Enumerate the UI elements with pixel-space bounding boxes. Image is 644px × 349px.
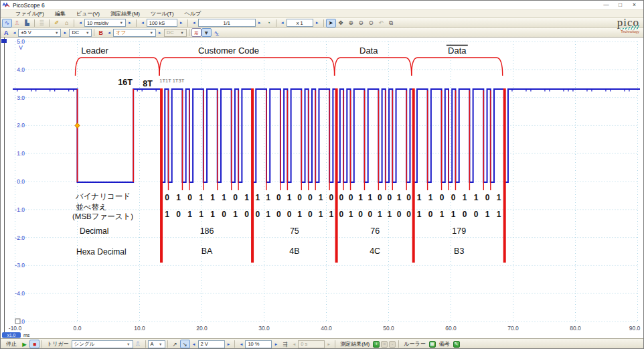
pretrigger-down-button[interactable]: ◄	[237, 340, 245, 348]
delay-input[interactable]: 0 s	[298, 340, 325, 348]
awg-button[interactable]: ∿̲	[212, 28, 222, 37]
binary-digit-msb: 0	[368, 210, 373, 219]
samples-next-button[interactable]: ►	[177, 19, 185, 27]
delete-measurement-button[interactable]: -	[389, 341, 396, 348]
scope-view[interactable]: LeaderCustomer CodeDataData16T8T1T1T 1T3…	[1, 38, 644, 338]
falling-edge-button[interactable]: ↘	[180, 340, 190, 348]
stop-button[interactable]: ■	[29, 340, 39, 348]
binary-digit-msb: 1	[440, 210, 445, 219]
menu-edit[interactable]: 編集	[50, 10, 71, 17]
scope-mode-button[interactable]: ∿	[2, 19, 12, 27]
buffer-page-value: 1/1	[224, 20, 230, 26]
pan-tool-button[interactable]: ✥	[336, 19, 346, 27]
binary-digit-msb: 1	[485, 210, 490, 219]
trigger-source-select[interactable]: A ▼	[148, 340, 165, 348]
delay-up-button[interactable]: ►	[325, 340, 333, 348]
binary-digit: 0	[187, 193, 192, 202]
timebase-prev-button[interactable]: ◄	[76, 19, 84, 27]
demo-signals-dropdown-button[interactable]: ▼	[202, 28, 212, 37]
trigger-mode-select[interactable]: シングル ▼	[72, 340, 133, 348]
channel-b-range-next-button[interactable]: ►	[156, 28, 164, 37]
pretrigger-input[interactable]: 10 %	[245, 340, 272, 348]
advanced-trigger-button[interactable]: ⎍	[133, 340, 143, 348]
zoom-in-tool-button[interactable]: ⊕	[346, 19, 356, 27]
maximize-button[interactable]: □	[613, 1, 627, 9]
samples-prev-button[interactable]: ◄	[139, 19, 147, 27]
scope-canvas: LeaderCustomer CodeDataData16T8T1T1T 1T3…	[1, 38, 644, 338]
menu-file[interactable]: ファイル(F)	[10, 10, 50, 17]
buffer-page-input[interactable]: 1/1	[198, 19, 256, 27]
channel-a-range-next-button[interactable]: ►	[61, 28, 69, 37]
page-next-button[interactable]: ►	[256, 19, 264, 27]
channel-a-button[interactable]: A	[2, 29, 11, 36]
zoom-factor-value: x 1	[297, 20, 303, 26]
binary-digit: 0	[339, 193, 343, 202]
trigger-level-down-button[interactable]: ◄	[190, 340, 198, 348]
measurements-label: 測定結果(M)	[337, 340, 372, 348]
samples-input[interactable]: 100 kS	[147, 19, 177, 27]
minimize-button[interactable]: —	[599, 1, 613, 9]
channel-b-range-prev-button[interactable]: ◄	[105, 28, 113, 37]
binary-digit: 0	[297, 193, 302, 202]
buffer-navigator-button[interactable]: ◔	[264, 19, 274, 27]
pointer-tool-button[interactable]: ➤	[326, 19, 336, 27]
x-axis-unit-label: ms	[23, 333, 30, 338]
menu-view[interactable]: ビュー(V)	[71, 10, 105, 17]
binary-digit-msb: 1	[297, 210, 302, 219]
demo-signals-button[interactable]: ≋	[191, 28, 202, 37]
edit-measurement-button[interactable]: =	[381, 341, 388, 348]
binary-digit-msb: 0	[308, 210, 313, 219]
binary-digit: 1	[256, 193, 260, 202]
binary-digit-msb: 0	[244, 210, 249, 219]
marquee-zoom-button[interactable]: ⧉	[386, 19, 396, 27]
channel-a-coupling-select[interactable]: DC ▼	[69, 29, 92, 37]
waveform-buffer-button[interactable]: ▒	[37, 19, 47, 27]
channel-b-range-select[interactable]: オフ ▼	[113, 29, 156, 37]
section-bracket	[76, 58, 160, 76]
page-prev-button[interactable]: ◄	[190, 19, 198, 27]
binary-digit: 0	[308, 193, 313, 202]
ruler-legend-button[interactable]: ▦	[429, 341, 436, 348]
menu-measurements[interactable]: 測定結果(M)	[105, 10, 145, 17]
trigger-level-input[interactable]: 2 V	[198, 340, 225, 348]
menu-tools[interactable]: ツール(T)	[145, 10, 179, 17]
channel-b-button[interactable]: B	[96, 29, 105, 36]
delay-down-button[interactable]: ◄	[290, 340, 298, 348]
channel-a-range-select[interactable]: ±5 V ▼	[18, 29, 61, 37]
timebase-next-button[interactable]: ►	[126, 19, 134, 27]
spectrum-mode-button[interactable]: ⎍	[12, 19, 22, 27]
undo-zoom-button[interactable]: ↶	[376, 19, 386, 27]
add-measurement-button[interactable]: +	[373, 341, 380, 348]
binary-digit: 1	[287, 193, 292, 202]
channel-b-coupling-select[interactable]: DC ▼	[164, 29, 187, 37]
trigger-level-up-button[interactable]: ►	[225, 340, 233, 348]
zoom-full-tool-button[interactable]: ⊙	[366, 19, 376, 27]
zoom-next-button[interactable]: ►	[313, 19, 321, 27]
window-title: PicoScope 6	[13, 2, 45, 9]
x-tick-label: 20.0	[196, 325, 208, 332]
y-tick-label: -1.0	[15, 206, 25, 213]
persistence-mode-button[interactable]: ▙	[22, 19, 32, 27]
rising-edge-button[interactable]: ↗	[170, 340, 180, 348]
channel-b-coupling-value: DC	[167, 29, 174, 36]
y-tick-label: 0.0	[17, 178, 25, 185]
title-bar: PicoScope 6 — □ ×	[1, 1, 643, 9]
zoom-prev-button[interactable]: ◄	[278, 19, 287, 27]
row-label-reorder: 並べ替え	[76, 203, 107, 211]
pretrigger-up-button[interactable]: ►	[272, 340, 280, 348]
axis-offset-handle[interactable]	[15, 319, 20, 324]
trigger-delay-icon-button[interactable]: ⇶	[280, 340, 290, 348]
channel-a-axis-handle[interactable]	[1, 39, 7, 43]
menu-help[interactable]: ヘルプ	[179, 10, 207, 17]
zoom-factor-input[interactable]: x 1	[287, 19, 313, 27]
close-button[interactable]: ×	[627, 1, 641, 9]
x-tick-label: 30.0	[258, 325, 270, 332]
home-settings-button[interactable]: ⌂	[62, 19, 72, 27]
run-button[interactable]: ▶	[19, 340, 29, 348]
timebase-select[interactable]: 10 ms/div ▼	[84, 19, 126, 27]
channel-a-range-prev-button[interactable]: ◄	[11, 28, 19, 37]
zoom-out-tool-button[interactable]: ⊖	[356, 19, 366, 27]
probe-wizard-button[interactable]: ✐	[52, 19, 62, 27]
section-label: Leader	[81, 46, 108, 56]
notes-button[interactable]: ✎	[453, 341, 460, 348]
